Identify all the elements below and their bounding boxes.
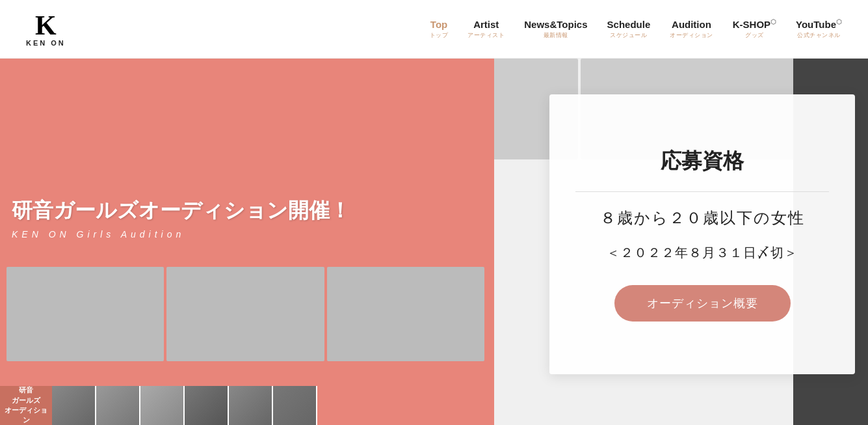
nav-top-label: Top bbox=[430, 19, 447, 30]
nav-schedule-sublabel: スケジュール bbox=[610, 31, 647, 40]
thumb-5[interactable] bbox=[229, 386, 273, 425]
audition-title-ja: 研音ガールズオーディション開催！ bbox=[12, 197, 350, 225]
nav-kshop-sublabel: グッズ bbox=[745, 31, 764, 40]
nav-news[interactable]: News&Topics 最新情報 bbox=[524, 19, 587, 40]
thumb-label: 研音ガールズオーディション bbox=[0, 386, 52, 425]
info-panel-title: 応募資格 bbox=[661, 147, 744, 176]
pink-background bbox=[0, 59, 494, 425]
photo-row-bottom bbox=[7, 267, 484, 361]
nav-youtube-sublabel: 公式チャンネル bbox=[797, 31, 841, 40]
nav-audition-sublabel: オーディション bbox=[670, 31, 713, 40]
nav-kshop-label: K-SHOP⬡ bbox=[733, 18, 776, 30]
audition-title-en: KEN ON Girls Audition bbox=[12, 229, 350, 240]
thumb-2[interactable] bbox=[96, 386, 140, 425]
photo-bottom-2 bbox=[166, 267, 324, 361]
site-header: K KEN ON Top トップ Artist アーティスト News&Topi… bbox=[0, 0, 868, 59]
nav-audition-label: Audition bbox=[672, 19, 711, 30]
info-panel: 応募資格 ８歳から２０歳以下の女性 ＜２０２２年８月３１日〆切＞ オーディション… bbox=[549, 94, 855, 374]
main-nav: Top トップ Artist アーティスト News&Topics 最新情報 S… bbox=[430, 18, 842, 40]
nav-schedule[interactable]: Schedule スケジュール bbox=[607, 19, 651, 40]
thumbnail-strip: 研音ガールズオーディション bbox=[0, 386, 317, 425]
thumb-3[interactable] bbox=[140, 386, 185, 425]
nav-audition[interactable]: Audition オーディション bbox=[670, 19, 713, 40]
pink-top-stripe bbox=[85, 59, 494, 94]
nav-kshop[interactable]: K-SHOP⬡ グッズ bbox=[733, 18, 776, 40]
nav-youtube-label: YouTube⬡ bbox=[796, 18, 842, 30]
thumb-4[interactable] bbox=[185, 386, 229, 425]
nav-top[interactable]: Top トップ bbox=[430, 19, 449, 40]
nav-artist[interactable]: Artist アーティスト bbox=[467, 19, 505, 40]
logo[interactable]: K KEN ON bbox=[26, 12, 66, 47]
nav-artist-label: Artist bbox=[473, 19, 499, 30]
nav-schedule-label: Schedule bbox=[607, 19, 651, 30]
logo-k: K bbox=[35, 12, 57, 39]
info-age: ８歳から２０歳以下の女性 bbox=[600, 208, 805, 228]
photo-bottom-1 bbox=[7, 267, 164, 361]
nav-youtube[interactable]: YouTube⬡ 公式チャンネル bbox=[796, 18, 842, 40]
photo-bottom-3 bbox=[327, 267, 484, 361]
info-deadline: ＜２０２２年８月３１日〆切＞ bbox=[607, 244, 798, 262]
nav-artist-sublabel: アーティスト bbox=[467, 31, 505, 40]
logo-name: KEN ON bbox=[26, 39, 66, 47]
thumb-6[interactable] bbox=[273, 386, 317, 425]
main-content: 研音ガールズオーディション開催！ KEN ON Girls Audition 応… bbox=[0, 59, 868, 425]
nav-news-label: News&Topics bbox=[524, 19, 587, 30]
nav-news-sublabel: 最新情報 bbox=[544, 31, 568, 40]
info-divider bbox=[575, 191, 829, 192]
audition-overview-button[interactable]: オーディション概要 bbox=[614, 285, 791, 322]
nav-top-sublabel: トップ bbox=[430, 31, 449, 40]
thumb-1[interactable] bbox=[52, 386, 96, 425]
audition-title-block: 研音ガールズオーディション開催！ KEN ON Girls Audition bbox=[12, 197, 350, 240]
